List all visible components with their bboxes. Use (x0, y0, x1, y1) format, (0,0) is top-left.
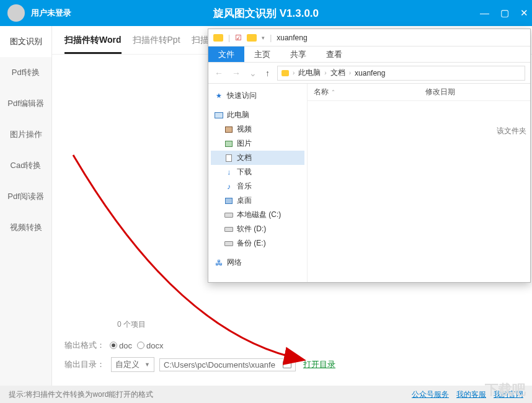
sidebar-item-label: Pdf转换 (12, 67, 40, 78)
output-dir-label: 输出目录： (64, 359, 105, 370)
nav-up-icon[interactable]: ↑ (264, 68, 271, 78)
tree-drive-d[interactable]: 软件 (D:) (211, 222, 304, 236)
tree-label: 图片 (237, 138, 252, 149)
bc-item[interactable]: xuanfeng (355, 69, 385, 78)
sort-icon: ⌃ (331, 89, 335, 95)
tree-videos[interactable]: 视频 (211, 122, 304, 136)
tree-drive-c[interactable]: 本地磁盘 (C:) (211, 208, 304, 222)
sidebar-item-pdf-convert[interactable]: Pdf转换 (0, 57, 51, 88)
nav-recent-icon[interactable]: ⌄ (248, 68, 258, 78)
footer-link-site[interactable]: 我的官网 (494, 389, 523, 400)
tree-label: 视频 (237, 124, 252, 135)
item-count: 0 个项目 (117, 319, 146, 330)
radio-docx[interactable]: docx (137, 341, 163, 350)
open-dir-link[interactable]: 打开目录 (303, 359, 335, 370)
tree-this-pc[interactable]: 此电脑 (211, 108, 304, 122)
titlebar: 用户未登录 旋风图文识别 V1.3.0.0 — ▢ ✕ (0, 0, 532, 26)
app-title: 旋风图文识别 V1.3.0.0 (213, 6, 319, 20)
ribbon-tab-home[interactable]: 主页 (244, 46, 280, 62)
tree-downloads[interactable]: ↓下载 (211, 165, 304, 179)
sidebar-item-label: 图片操作 (10, 129, 42, 140)
footer-link-wechat[interactable]: 公众号服务 (412, 389, 449, 400)
ribbon-label: 查看 (326, 49, 342, 60)
close-icon[interactable]: ✕ (520, 7, 528, 19)
file-explorer-dialog: | ☑ ▾ | xuanfeng 文件 主页 共享 查看 ← → ⌄ ↑ › 此… (208, 29, 531, 283)
folder-icon (213, 34, 223, 42)
sidebar-item-cad[interactable]: Cad转换 (0, 150, 51, 181)
footer-tip: 提示:将扫描件文件转换为word能打开的格式 (9, 389, 153, 400)
tree-label: 文档 (237, 153, 252, 163)
col-label: 修改日期 (425, 87, 455, 97)
tree-drive-e[interactable]: 备份 (E:) (211, 236, 304, 250)
col-modified[interactable]: 修改日期 (419, 84, 531, 100)
maximize-icon[interactable]: ▢ (500, 7, 509, 19)
folder-icon (247, 34, 257, 42)
radio-label: docx (146, 341, 163, 350)
ribbon-tab-share[interactable]: 共享 (280, 46, 316, 62)
tree-music[interactable]: ♪音乐 (211, 179, 304, 193)
bc-item[interactable]: 文档 (330, 68, 345, 78)
tree-pictures[interactable]: 图片 (211, 136, 304, 151)
sidebar: 图文识别 Pdf转换 Pdf编辑器 图片操作 Cad转换 Pdf阅读器 视频转换 (0, 26, 52, 386)
empty-text: 该文件夹 (308, 101, 530, 136)
explorer-title: xuanfeng (277, 33, 307, 42)
nav-back-icon[interactable]: ← (213, 68, 224, 78)
tree-label: 下载 (237, 167, 252, 177)
tree-label: 本地磁盘 (C:) (237, 210, 281, 220)
breadcrumb[interactable]: › 此电脑 › 文档 › xuanfeng (277, 66, 525, 81)
sidebar-item-pdf-edit[interactable]: Pdf编辑器 (0, 88, 51, 119)
radio-doc[interactable]: doc (110, 341, 132, 350)
output-dir-path[interactable]: C:\Users\pc\Documents\xuanfe (159, 358, 296, 371)
radio-label: doc (119, 341, 132, 350)
tree-label: 桌面 (237, 195, 252, 206)
tree-label: 此电脑 (227, 110, 249, 120)
tree-label: 软件 (D:) (237, 224, 266, 234)
tree-desktop[interactable]: 桌面 (211, 193, 304, 208)
sidebar-item-image[interactable]: 图片操作 (0, 119, 51, 150)
sidebar-item-label: 图文识别 (10, 36, 42, 47)
tab-label: 扫描件转Ppt (133, 35, 180, 45)
tab-label: 扫描件转Word (64, 35, 122, 45)
tab-scan[interactable]: 扫描 (192, 35, 209, 54)
tree-label: 快速访问 (227, 91, 257, 101)
folder-icon[interactable] (283, 361, 291, 368)
sidebar-item-label: 视频转换 (10, 222, 42, 233)
explorer-tree: ★快速访问 此电脑 视频 图片 文档 ↓下载 ♪音乐 桌面 本地磁盘 (C:) … (208, 84, 308, 282)
path-value: C:\Users\pc\Documents\xuanfe (164, 360, 275, 370)
select-value: 自定义 (115, 359, 140, 370)
col-name[interactable]: 名称⌃ (308, 84, 419, 100)
explorer-list: 名称⌃ 修改日期 该文件夹 (308, 84, 530, 282)
tree-label: 备份 (E:) (237, 238, 266, 249)
tab-scan-to-word[interactable]: 扫描件转Word (64, 35, 122, 54)
bc-item[interactable]: 此电脑 (298, 68, 321, 78)
sidebar-item-label: Cad转换 (11, 160, 42, 171)
tab-scan-to-ppt[interactable]: 扫描件转Ppt (133, 35, 180, 54)
sidebar-item-label: Pdf阅读器 (7, 191, 44, 202)
footer-link-support[interactable]: 我的客服 (456, 389, 486, 400)
sidebar-item-label: Pdf编辑器 (7, 98, 44, 109)
folder-icon (282, 70, 289, 76)
sidebar-item-video[interactable]: 视频转换 (0, 212, 51, 243)
ribbon-tab-file[interactable]: 文件 (208, 46, 244, 62)
tree-documents[interactable]: 文档 (211, 151, 304, 165)
tree-label: 网络 (227, 257, 242, 268)
minimize-icon[interactable]: — (480, 7, 489, 19)
output-dir-select[interactable]: 自定义▼ (111, 357, 154, 372)
sidebar-item-pdf-read[interactable]: Pdf阅读器 (0, 181, 51, 212)
user-status[interactable]: 用户未登录 (31, 7, 71, 19)
footer: 提示:将扫描件文件转换为word能打开的格式 公众号服务 我的客服 我的官网 (0, 386, 532, 403)
col-label: 名称 (314, 87, 329, 97)
avatar[interactable] (7, 4, 25, 22)
check-icon: ☑ (235, 33, 242, 42)
chevron-down-icon: ▼ (144, 361, 150, 368)
tree-label: 音乐 (237, 181, 252, 192)
ribbon-tab-view[interactable]: 查看 (316, 46, 352, 62)
tree-quick-access[interactable]: ★快速访问 (211, 89, 304, 103)
nav-forward-icon[interactable]: → (231, 68, 242, 78)
ribbon-label: 文件 (218, 49, 234, 60)
sidebar-item-ocr[interactable]: 图文识别 (0, 26, 51, 57)
output-format-label: 输出格式： (64, 340, 105, 351)
tab-label: 扫描 (192, 35, 209, 45)
tree-network[interactable]: 🖧网络 (211, 255, 304, 270)
ribbon-label: 共享 (290, 49, 306, 60)
